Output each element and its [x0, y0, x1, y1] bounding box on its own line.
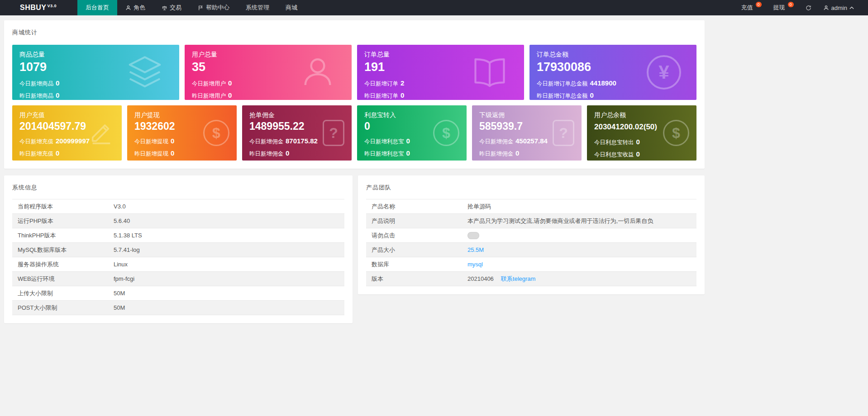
- stat-card-title: 用户总余额: [594, 111, 689, 119]
- table-row: 产品说明 本产品只为学习测试交流,请勿要做商业或者用于违法行为,一切后果自负: [366, 214, 696, 228]
- product-size-link[interactable]: 25.5M: [467, 246, 484, 253]
- stat-card-user-recharge: 用户充值 201404597.79 今日新增充值200999997 昨日新增充值…: [12, 105, 122, 161]
- nav-item-dashboard[interactable]: 后台首页: [77, 0, 117, 15]
- product-team-table: 产品名称 抢单源码 产品说明 本产品只为学习测试交流,请勿要做商业或者用于违法行…: [366, 199, 696, 286]
- stat-card-orders-total: 订单总量 191 今日新增订单2 昨日新增订单0: [357, 45, 524, 100]
- stat-card-yesterday-line: 昨日新增利息宝0: [364, 147, 459, 159]
- table-row: 当前程序版本 V3.0: [12, 199, 344, 214]
- scales-icon: [162, 5, 167, 11]
- table-row: 产品大小 25.5M: [366, 243, 696, 257]
- stat-card-title: 下级返佣: [479, 111, 574, 119]
- nav-item-roles[interactable]: 角色: [117, 0, 153, 15]
- stat-card-title: 用户充值: [19, 111, 114, 119]
- flag-icon: [198, 5, 204, 11]
- system-info-table: 当前程序版本 V3.0 运行PHP版本 5.6.40 ThinkPHP版本 5.…: [12, 199, 344, 315]
- refresh-icon: [806, 5, 811, 11]
- app-logo: SHBUYV3.0: [0, 0, 77, 15]
- top-navbar: SHBUYV3.0 后台首页 角色 交易 帮助中心 系统管理 商城 充值0 提现…: [0, 0, 868, 15]
- table-row: 运行PHP版本 5.6.40: [12, 214, 344, 228]
- nav-item-mall[interactable]: 商城: [277, 0, 305, 15]
- user-icon: [125, 5, 131, 11]
- stat-card-user-balance: 用户总余额 203041200.02(50) 今日利息宝转出0 今日利息宝收益0…: [587, 105, 696, 161]
- version-number: 20210406: [467, 275, 494, 282]
- stat-card-yesterday-line: 今日利息宝收益0: [594, 148, 689, 160]
- product-team-title: 产品团队: [366, 184, 696, 192]
- question-icon: ?: [323, 120, 344, 146]
- stat-card-yesterday-line: 昨日新增佣金0: [479, 147, 574, 159]
- main-menu: 后台首页 角色 交易 帮助中心 系统管理 商城: [77, 0, 305, 15]
- nav-item-help[interactable]: 帮助中心: [190, 0, 238, 15]
- database-link[interactable]: mysql: [467, 261, 483, 268]
- stat-card-yesterday-line: 昨日新增订单总金额0: [537, 89, 689, 100]
- navbar-right: 充值0 提现0 admin: [735, 0, 868, 15]
- logo-text: SHBUY: [20, 4, 47, 12]
- dollar-icon: $: [433, 120, 459, 146]
- refresh-button[interactable]: [800, 0, 817, 15]
- section-title-mall-statistics: 商城统计: [12, 28, 696, 37]
- table-row: WEB运行环境 fpm-fcgi: [12, 272, 344, 286]
- table-row: 请勿点击: [366, 228, 696, 243]
- recharge-button[interactable]: 充值0: [735, 0, 768, 15]
- stat-card-title: 利息宝转入: [364, 111, 459, 119]
- table-row: 上传大小限制 50M: [12, 286, 344, 301]
- yen-icon: ¥: [647, 55, 681, 90]
- stat-card-yesterday-line: 昨日新增提现0: [134, 147, 229, 159]
- stat-card-sub-rebate: 下级返佣 585939.7 今日新增佣金450257.84 昨日新增佣金0 ?: [472, 105, 582, 161]
- user-icon: [299, 53, 336, 92]
- layers-icon: [126, 53, 164, 92]
- logo-version: V3.0: [48, 4, 57, 8]
- table-row: 服务器操作系统 Linux: [12, 257, 344, 272]
- question-icon: ?: [553, 120, 574, 146]
- nav-item-system[interactable]: 系统管理: [238, 0, 277, 15]
- system-info-panel: 系统信息 当前程序版本 V3.0 运行PHP版本 5.6.40 ThinkPHP…: [4, 175, 353, 323]
- dollar-icon: $: [203, 120, 229, 146]
- withdraw-button[interactable]: 提现0: [768, 0, 800, 15]
- stat-card-title: 抢单佣金: [249, 111, 344, 119]
- stat-card-user-withdraw: 用户提现 1932602 今日新增提现0 昨日新增提现0 $: [127, 105, 237, 161]
- big-stat-cards-row: 商品总量 1079 今日新增商品0 昨日新增商品0 用户总量 35 今日新增用户…: [12, 45, 696, 100]
- mall-statistics-panel: 商城统计 商品总量 1079 今日新增商品0 昨日新增商品0 用户总量 35 今…: [4, 20, 705, 169]
- product-team-panel: 产品团队 产品名称 抢单源码 产品说明 本产品只为学习测试交流,请勿要做商业或者…: [358, 175, 705, 294]
- stat-card-grab-commission: 抢单佣金 1489955.22 今日新增佣金870175.82 昨日新增佣金0 …: [242, 105, 352, 161]
- admin-menu[interactable]: admin: [817, 0, 860, 15]
- stat-card-order-amount-total: 订单总金额 17930086 今日新增订单总金额4418900 昨日新增订单总金…: [529, 45, 696, 100]
- table-row: 数据库 mysql: [366, 257, 696, 272]
- stat-card-yesterday-line: 昨日新增充值0: [19, 147, 114, 159]
- page-content: 商城统计 商品总量 1079 今日新增商品0 昨日新增商品0 用户总量 35 今…: [4, 20, 705, 341]
- nav-item-trade[interactable]: 交易: [153, 0, 190, 15]
- table-row: POST大小限制 50M: [12, 301, 344, 315]
- telegram-link[interactable]: 联系telegram: [501, 275, 536, 283]
- table-row: MySQL数据库版本 5.7.41-log: [12, 243, 344, 257]
- table-row: 产品名称 抢单源码: [366, 199, 696, 214]
- stat-card-interest-in: 利息宝转入 0 今日新增利息宝0 昨日新增利息宝0 $: [357, 105, 467, 161]
- dollar-icon: $: [663, 120, 689, 146]
- stat-card-goods-total: 商品总量 1079 今日新增商品0 昨日新增商品0: [12, 45, 179, 100]
- stat-card-users-total: 用户总量 35 今日新增用户0 昨日新增用户0: [185, 45, 352, 100]
- table-row: ThinkPHP版本 5.1.38 LTS: [12, 228, 344, 243]
- table-row: 版本 20210406 联系telegram: [366, 272, 696, 286]
- do-not-click-icon[interactable]: [467, 232, 479, 239]
- small-stat-cards-row: 用户充值 201404597.79 今日新增充值200999997 昨日新增充值…: [12, 105, 696, 161]
- book-icon: [471, 53, 509, 92]
- stat-card-yesterday-line: 昨日新增佣金0: [249, 147, 344, 159]
- bottom-panels: 系统信息 当前程序版本 V3.0 运行PHP版本 5.6.40 ThinkPHP…: [4, 175, 705, 341]
- recharge-badge: 0: [756, 2, 762, 7]
- withdraw-badge: 0: [788, 2, 794, 7]
- chevron-up-icon: [849, 6, 854, 9]
- stat-card-title: 用户提现: [134, 111, 229, 119]
- system-info-title: 系统信息: [12, 184, 344, 192]
- pencil-icon: [88, 119, 114, 147]
- user-icon: [823, 5, 829, 11]
